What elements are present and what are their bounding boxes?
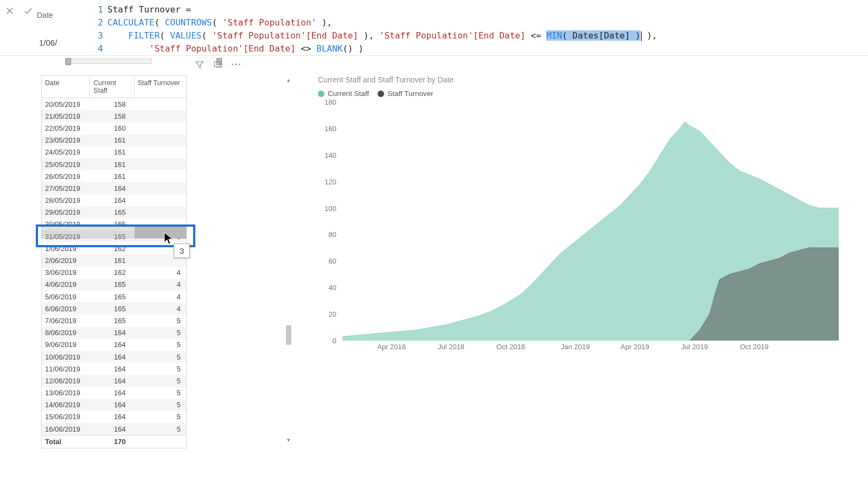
cell-date: 2/06/2019 (42, 256, 90, 265)
cell-date: 27/05/2019 (42, 184, 90, 192)
cell-date: 29/05/2019 (42, 208, 90, 216)
table-row[interactable]: 12/06/20191645 (42, 375, 186, 387)
table-vertical-scrollbar[interactable]: ▴ ▾ (284, 75, 293, 444)
cell-turnover: 5 (135, 413, 186, 421)
svg-rect-0 (214, 62, 220, 67)
slicer-field-value[interactable]: 1/06/ (39, 38, 57, 47)
cell-current: 162 (90, 268, 134, 277)
table-row[interactable]: 1/06/2019162 (42, 242, 186, 254)
table-row[interactable]: 20/05/2019158 (42, 98, 186, 110)
table-row[interactable]: 2/06/2019161 (42, 254, 186, 266)
cell-date: 26/05/2019 (42, 172, 90, 181)
focus-mode-icon[interactable] (213, 59, 224, 70)
cell-current: 161 (90, 160, 134, 169)
cell-date: 22/05/2019 (42, 124, 90, 132)
y-tick: 140 (324, 151, 336, 159)
cell-current: 161 (90, 172, 134, 181)
table-row[interactable]: 25/05/2019161 (42, 158, 186, 170)
y-tick: 160 (324, 124, 336, 132)
cell-date: 25/05/2019 (42, 160, 90, 169)
cancel-formula-button[interactable] (3, 4, 16, 17)
scroll-thumb[interactable] (286, 325, 291, 345)
table-row[interactable]: 15/06/20191645 (42, 411, 186, 423)
cell-tooltip: 3 (174, 243, 190, 258)
table-row[interactable]: 14/06/20191645 (42, 399, 186, 411)
cell-date: 24/05/2019 (42, 148, 90, 156)
table-row[interactable]: 9/06/20191645 (42, 339, 186, 351)
table-row[interactable]: 22/05/2019160 (42, 122, 186, 134)
col-header-turnover[interactable]: Staff Turnover (135, 76, 186, 98)
table-row[interactable]: 23/05/2019161 (42, 134, 186, 146)
table-row[interactable]: 24/05/2019161 (42, 146, 186, 158)
cell-turnover: 5 (135, 401, 186, 409)
x-tick: Oct 2019 (740, 343, 769, 351)
cell-date: 7/06/2019 (42, 317, 90, 325)
scroll-up-icon[interactable]: ▴ (284, 75, 293, 84)
x-tick: Apr 2018 (377, 343, 406, 351)
cell-date: 31/05/2019 (42, 233, 90, 241)
table-row[interactable]: 6/06/20191654 (42, 303, 186, 314)
y-tick: 80 (329, 230, 336, 239)
filter-icon[interactable] (194, 59, 205, 70)
table-row[interactable]: 10/06/20191645 (42, 351, 186, 363)
table-row[interactable]: 26/05/2019161 (42, 170, 186, 182)
x-tick: Jul 2018 (438, 343, 464, 351)
chart-plot-area[interactable] (342, 102, 839, 341)
cell-date: 16/06/2019 (42, 425, 90, 433)
table-row[interactable]: 29/05/2019165 (42, 207, 186, 219)
y-axis-ticks: 020406080100120140160180 (318, 102, 340, 341)
y-tick: 100 (324, 204, 336, 212)
cell-date: 23/05/2019 (42, 136, 90, 144)
cell-turnover: 5 (135, 329, 186, 337)
slicer-scrollbar[interactable] (65, 59, 152, 64)
legend-item-current[interactable]: Current Staff (318, 89, 369, 98)
commit-formula-button[interactable] (22, 4, 35, 17)
cell-current: 165 (90, 317, 134, 325)
table-row[interactable]: 11/06/20191645 (42, 363, 186, 375)
cell-turnover: 4 (135, 305, 186, 313)
table-row[interactable]: 28/05/2019164 (42, 195, 186, 207)
table-row[interactable]: 21/05/2019158 (42, 110, 186, 122)
col-header-date[interactable]: Date (42, 76, 90, 98)
y-tick: 120 (324, 177, 336, 185)
cell-current: 161 (90, 256, 134, 265)
cell-current: 164 (90, 389, 134, 397)
cell-current: 160 (90, 124, 134, 132)
cell-current: 164 (90, 413, 134, 421)
cell-turnover: 5 (135, 425, 186, 433)
table-row[interactable]: 27/05/2019164 (42, 182, 186, 194)
cell-current: 165 (90, 233, 134, 241)
cell-turnover: 5 (135, 353, 186, 361)
area-chart-visual[interactable]: Current Staff and Staff Turnover by Date… (318, 75, 839, 357)
more-options-icon[interactable]: ··· (231, 59, 242, 70)
cell-turnover: 5 (135, 341, 186, 349)
total-current: 170 (90, 438, 134, 446)
cell-turnover: 4 (135, 280, 186, 288)
cell-date: 5/06/2019 (42, 293, 90, 301)
cell-turnover: 5 (135, 389, 186, 397)
table-row[interactable]: 4/06/20191654 (42, 279, 186, 291)
cell-date: 6/06/2019 (42, 305, 90, 313)
y-tick: 40 (329, 284, 336, 292)
table-row[interactable]: 13/06/20191645 (42, 387, 186, 399)
table-row[interactable]: 8/06/20191645 (42, 327, 186, 339)
cell-current: 164 (90, 341, 134, 349)
table-row[interactable]: 3/06/20191624 (42, 267, 186, 279)
cell-date: 4/06/2019 (42, 280, 90, 288)
table-row[interactable]: 5/06/20191654 (42, 291, 186, 303)
table-row[interactable]: 16/06/20191645 (42, 423, 186, 435)
cell-current: 164 (90, 329, 134, 337)
table-visual[interactable]: ··· Date Current Staff Staff Turnover 20… (41, 75, 242, 448)
col-header-current[interactable]: Current Staff (90, 76, 134, 98)
table-row[interactable]: 7/06/20191655 (42, 314, 186, 326)
formula-line-gutter: 1 2 3 4 (92, 2, 107, 55)
legend-item-turnover[interactable]: Staff Turnover (378, 89, 433, 98)
table-header: Date Current Staff Staff Turnover (42, 76, 186, 98)
scroll-down-icon[interactable]: ▾ (284, 435, 293, 444)
cell-current: 165 (90, 280, 134, 288)
cell-current: 164 (90, 196, 134, 204)
formula-editor[interactable]: Staff Turnover = CALCULATE( COUNTROWS( '… (107, 2, 657, 55)
cell-date: 13/06/2019 (42, 389, 90, 397)
cell-current: 165 (90, 293, 134, 301)
x-tick: Jan 2019 (561, 343, 590, 351)
